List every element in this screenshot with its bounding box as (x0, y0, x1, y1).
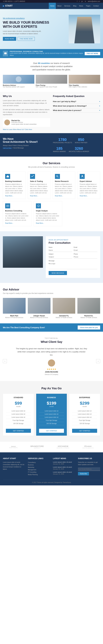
footer-link-business[interactable]: Business (28, 464, 50, 466)
pricing-standard-btn[interactable]: Get Started (6, 429, 31, 433)
hero-read-more-button[interactable]: READ MORE (3, 37, 16, 41)
social-fb[interactable]: f (77, 0, 78, 2)
advisor-grid: Mark Pain Advisor of Financial services … (3, 298, 100, 318)
footer-subscribe-title: Subscribe Us (78, 457, 100, 460)
research-icon (55, 174, 60, 179)
faq-question-1[interactable]: How can I get help by Warp? + (53, 100, 100, 102)
faq-item-3[interactable]: What about invest plan & process? + (53, 108, 100, 113)
stat-partners-num: 850 (75, 138, 88, 142)
about-highlight: 80 countries (38, 62, 50, 64)
footer-link-it[interactable]: IT Consulting (28, 471, 50, 474)
pricing-enterprise: Enterprise $299 month Lorem ipsum dolor … (69, 394, 100, 436)
team-img-box-1 (3, 75, 34, 84)
learn-more-link[interactable]: Want to Learn More About Us? Click Here (3, 128, 50, 130)
services-subtitle: We provide all kind of business, finance… (3, 166, 100, 168)
service-consulting-text: Finances adipisit labore ut laboris nisi… (5, 213, 29, 221)
footer-services-title: Services Links (28, 457, 50, 460)
pricing-business-features: Lorem ipsum dolor sit Lorem ipsum dolor … (39, 410, 64, 425)
pricing-standard-amount: 99 (17, 401, 22, 406)
service-consulting-link[interactable]: Read More... (5, 222, 29, 224)
strip-cta-button[interactable]: FIND OUT MORE (85, 52, 100, 55)
advisor-role: Executive Director (12, 122, 37, 123)
stat-awards: 185 Awards Winning (53, 146, 66, 152)
form-name-input[interactable] (49, 248, 72, 252)
footer-news-1-date: January 15, 2018 (53, 463, 75, 465)
svg-rect-1 (6, 176, 9, 177)
team-img-box-2 (36, 75, 67, 84)
faq-item-1[interactable]: How can I get help by Warp? + (53, 100, 100, 104)
service-trading: Sales & Trading Finances adipisit labore… (28, 172, 50, 199)
footer-news-3: Lorem ipsum dolor sit amet January 15, 2… (53, 471, 75, 475)
faq-question-2[interactable]: What about loan programs & Advantage? + (53, 105, 100, 107)
form-email-input[interactable] (74, 248, 97, 252)
nav-pages[interactable]: Pages (84, 3, 92, 9)
social-tw[interactable]: t (79, 0, 80, 2)
service-trading-link[interactable]: Read More... (30, 195, 48, 197)
footer-link-marketing[interactable]: Marketing (28, 466, 50, 468)
footer-link-consultancy[interactable]: Consultancy (28, 461, 50, 464)
footer-subscribe-button[interactable]: Subscribe (78, 472, 89, 476)
advisor-card-name-1: Mark Pain (3, 315, 26, 317)
nav-services[interactable]: Services (63, 3, 72, 9)
why-us-text-2: Ut enim ad minim veniam, quis nostrud ex… (3, 108, 50, 116)
form-message-input[interactable] (49, 262, 97, 269)
service-expert-text: Finances adipisit labore ut laboris nisi… (80, 183, 98, 194)
pricing-standard-features: Lorem ipsum dolor sit Lorem ipsum dolor … (6, 410, 31, 425)
logo-icon: ▶ (3, 5, 4, 7)
nav-about[interactable]: About (56, 3, 63, 9)
stats-cta-link[interactable]: Call Us Now (3, 147, 12, 149)
service-banking-link[interactable]: Read More... (5, 195, 23, 197)
social-in[interactable]: in (85, 0, 86, 2)
footer-news-title: Latest News (53, 457, 75, 460)
blue-strip: PROFESSIONAL BUSINESS CONSULTING Lorem i… (0, 49, 103, 58)
main-navigation: ▶ START Home About Services Blog News Pa… (0, 3, 103, 9)
nav-contact[interactable]: Contact (92, 3, 100, 9)
feature-std-2: Lorem ipsum dolor sit (6, 412, 31, 416)
footer: About Start Lorem ipsum dolor sit amet, … (0, 452, 103, 486)
nav-news[interactable]: News (78, 3, 84, 9)
footer-link-media[interactable]: Media Planning (28, 474, 50, 476)
consultation-image (3, 236, 43, 268)
pricing-business-currency: $ (47, 401, 49, 406)
nav-home[interactable]: Home (49, 3, 56, 9)
cta-button[interactable]: Chose best plan for you (78, 326, 100, 330)
faq-item-2[interactable]: What about loan programs & Advantage? + (53, 104, 100, 108)
consultation-form: Book An Appointment Free Consultation Na… (46, 236, 100, 278)
svg-rect-7 (6, 205, 9, 207)
service-analyze-link[interactable]: Read More... (36, 222, 60, 224)
footer-news-1: Lorem ipsum dolor sit amet January 15, 2… (53, 461, 75, 465)
carousel-prev-button[interactable]: ‹ (3, 359, 7, 363)
carousel-next-button[interactable]: › (96, 359, 100, 363)
service-banking: Banking Investment Finances adipisit lab… (3, 172, 26, 199)
footer-email-input[interactable] (78, 467, 100, 471)
form-phone-input[interactable] (74, 255, 97, 258)
service-research-link[interactable]: Read More... (55, 195, 73, 197)
pricing-enterprise-btn[interactable]: Get Started (72, 429, 97, 433)
footer-link-management[interactable]: Management (28, 468, 50, 471)
form-subject-input[interactable] (49, 255, 72, 258)
advisor-name: Rachel Ko. (12, 120, 37, 122)
service-banking-title: Banking Investment (5, 180, 23, 182)
nav-blog[interactable]: Blog (72, 3, 78, 9)
advisor-card-1: Mark Pain Advisor of Financial services (3, 298, 26, 318)
feature-biz-5: 100 GB Storage (39, 422, 64, 425)
pricing-enterprise-currency: $ (80, 401, 82, 406)
top-bar: +1 800 4025-8 + 1 (1977) 0866543 f t g+ … (0, 0, 103, 3)
pricing-business-btn[interactable]: Get Started (39, 429, 64, 433)
social-gp[interactable]: g+ (82, 0, 83, 2)
partner-3-name: HOCHHEIM (57, 445, 70, 447)
service-expert-title: Expert Advisor (80, 180, 98, 182)
form-submit-button[interactable]: SEND MESSAGE (49, 271, 67, 275)
hero-find-more-button[interactable]: FIND MORE NOW (18, 37, 35, 41)
pricing-enterprise-features: Lorem ipsum dolor sit Lorem ipsum dolor … (72, 410, 97, 425)
footer-about-title: About Start (3, 457, 25, 460)
why-faq-section: Why Us Lorem ipsum dolor sit amet, conse… (0, 92, 103, 133)
service-expert-link[interactable]: Read More... (80, 195, 98, 197)
stats-numbers: 1780 Professional Projects 850 World Par… (53, 138, 100, 152)
form-phone-label: Phone (74, 253, 97, 255)
faq-question-3[interactable]: What about invest plan & process? + (53, 110, 100, 112)
feature-biz-3: Lorem ipsum dolor sit (39, 416, 64, 419)
partner-3-sub: DESIGN STUDIO (57, 447, 70, 449)
svg-point-4 (56, 175, 58, 177)
form-email-field: Email (74, 246, 97, 252)
